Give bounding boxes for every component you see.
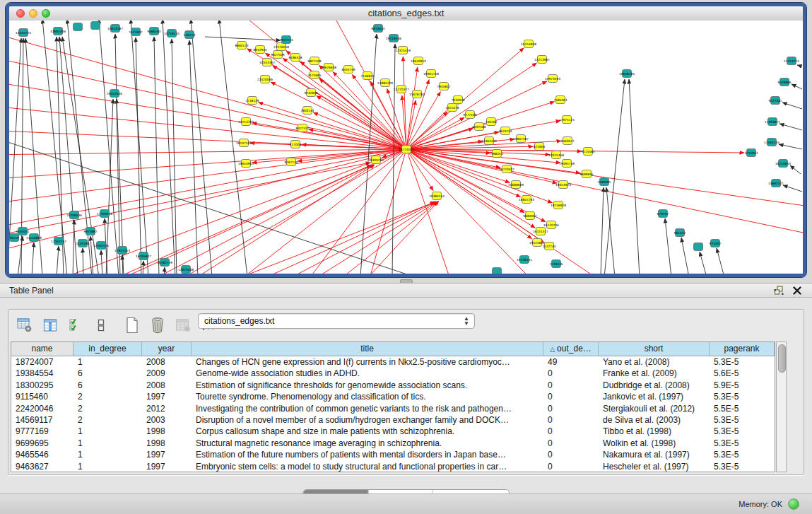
graph-node[interactable]: 16961758 bbox=[423, 70, 439, 78]
delete-column-button[interactable] bbox=[148, 316, 167, 334]
graph-node[interactable]: 7934028 bbox=[451, 96, 464, 104]
graph-node[interactable]: 10973493 bbox=[545, 75, 560, 83]
graph-node[interactable]: 9329966 bbox=[777, 78, 791, 86]
graph-node[interactable]: 1145194 bbox=[76, 240, 89, 247]
column-header-year[interactable]: year bbox=[142, 342, 192, 356]
graph-node[interactable]: 18107554 bbox=[236, 139, 252, 147]
graph-node[interactable]: 9684067 bbox=[523, 212, 536, 220]
graph-node[interactable]: 9463627 bbox=[560, 137, 574, 145]
column-header-in_degree[interactable]: in_degree bbox=[73, 342, 142, 356]
graph-node[interactable]: 15220377 bbox=[394, 86, 409, 93]
graph-node[interactable]: 19136141 bbox=[517, 256, 532, 264]
graph-node[interactable]: 17359928 bbox=[97, 210, 112, 218]
graph-node[interactable]: 16195807 bbox=[136, 252, 151, 260]
column-header-name[interactable]: name bbox=[11, 342, 73, 356]
delete-table-button[interactable] bbox=[174, 316, 192, 334]
column-header-short[interactable]: short bbox=[599, 342, 710, 356]
table-row[interactable]: 1456911722003Disruption of a novel membe… bbox=[11, 414, 775, 426]
graph-node[interactable]: 961432 bbox=[674, 229, 686, 237]
graph-node[interactable]: 12325419 bbox=[395, 47, 411, 54]
graph-node[interactable]: 2718129 bbox=[245, 97, 259, 105]
graph-node[interactable]: 3624554 bbox=[498, 127, 512, 135]
table-scrollbar[interactable] bbox=[776, 341, 787, 472]
graph-node[interactable]: 821604 bbox=[534, 143, 546, 151]
network-canvas[interactable]: 8660123891295423226058962750910543362818… bbox=[9, 21, 803, 274]
table-row[interactable]: 1830029562008Estimation of significance … bbox=[11, 380, 775, 391]
graph-node[interactable]: 22420046 bbox=[257, 76, 273, 83]
column-header-pagerank[interactable]: pagerank bbox=[710, 342, 775, 356]
window-titlebar[interactable]: citations_edges.txt bbox=[9, 6, 803, 21]
graph-node[interactable]: 19218506 bbox=[386, 35, 401, 42]
graph-node[interactable] bbox=[73, 23, 83, 31]
graph-node[interactable]: 16151327 bbox=[533, 228, 548, 235]
graph-node[interactable]: 20206536 bbox=[66, 211, 82, 219]
graph-node[interactable]: 12213967 bbox=[534, 56, 550, 64]
graph-node[interactable]: 7485063 bbox=[553, 96, 567, 104]
table-row[interactable]: 977716911998Corpus callosum shape and si… bbox=[11, 426, 775, 437]
graph-node[interactable]: 8454749 bbox=[341, 66, 355, 74]
graph-node[interactable]: 9227342 bbox=[768, 97, 782, 105]
column-header-out_de[interactable]: △out_de… bbox=[543, 342, 599, 356]
table-row[interactable]: 946554611997Estimation of the future num… bbox=[11, 449, 775, 460]
graph-node[interactable]: 417006 bbox=[290, 141, 302, 148]
graph-node[interactable]: 8186328 bbox=[288, 54, 302, 62]
graph-node[interactable]: 9242848 bbox=[304, 89, 317, 97]
graph-node[interactable]: 7986372 bbox=[490, 150, 503, 158]
column-header-title[interactable]: title bbox=[192, 342, 543, 356]
graph-node[interactable]: 8660123 bbox=[235, 42, 248, 49]
graph-node[interactable]: 14055724 bbox=[16, 29, 31, 37]
graph-node[interactable]: 12213393 bbox=[238, 118, 254, 126]
graph-node[interactable]: 16782759 bbox=[157, 259, 172, 267]
graph-node[interactable]: 7146821 bbox=[360, 72, 374, 80]
show-column-button[interactable] bbox=[41, 316, 59, 334]
graph-node[interactable]: 10025458 bbox=[548, 151, 564, 159]
graph-node[interactable]: 2522744 bbox=[542, 243, 555, 250]
float-panel-icon[interactable] bbox=[774, 286, 784, 296]
graph-node[interactable]: 10653287 bbox=[107, 25, 123, 33]
select-columns-button[interactable] bbox=[66, 316, 85, 334]
table-row[interactable]: 1938455462009Genome-wide association stu… bbox=[11, 368, 775, 379]
graph-node[interactable]: 23226058 bbox=[273, 43, 289, 51]
graph-node[interactable]: 15626265 bbox=[409, 90, 425, 98]
graph-node[interactable]: 9466160 bbox=[147, 28, 160, 35]
graph-node[interactable]: 15692371 bbox=[768, 180, 784, 187]
table-scrollbar-thumb[interactable] bbox=[778, 344, 786, 373]
graph-node[interactable]: 146713 bbox=[184, 31, 196, 39]
row-height-button[interactable] bbox=[92, 316, 110, 334]
graph-node[interactable]: 16210643 bbox=[775, 160, 791, 168]
graph-node[interactable]: 9699695 bbox=[579, 170, 593, 178]
graph-node[interactable]: 15885209 bbox=[377, 79, 393, 87]
graph-node[interactable]: 3215953 bbox=[744, 149, 758, 157]
graph-node[interactable]: 8912954 bbox=[253, 46, 266, 54]
graph-node[interactable] bbox=[91, 22, 100, 30]
graph-node[interactable]: 12923448 bbox=[178, 266, 194, 274]
table-row[interactable]: 969969511998Structural magnetic resonanc… bbox=[11, 438, 775, 449]
graph-node[interactable]: 9777169 bbox=[463, 111, 476, 119]
graph-node[interactable]: 18807293 bbox=[519, 196, 534, 204]
create-column-button[interactable] bbox=[123, 316, 141, 334]
graph-node[interactable]: 746266 bbox=[486, 118, 498, 126]
graph-node[interactable]: 679197 bbox=[657, 210, 669, 218]
graph-node[interactable]: 12444154 bbox=[764, 139, 779, 146]
graph-node[interactable]: 29676608 bbox=[321, 64, 336, 71]
graph-node[interactable]: 2803144 bbox=[300, 107, 314, 115]
graph-node[interactable]: 23364436 bbox=[481, 137, 497, 145]
close-panel-icon[interactable] bbox=[792, 286, 802, 296]
graph-node[interactable]: 15751074 bbox=[784, 57, 799, 65]
graph-node[interactable]: 1733426 bbox=[549, 260, 563, 268]
graph-node[interactable]: 1621078 bbox=[445, 104, 459, 112]
graph-node[interactable]: 16120746 bbox=[543, 221, 559, 229]
graph-node[interactable]: 19384554 bbox=[429, 192, 445, 200]
graph-node[interactable]: 19756928 bbox=[551, 201, 566, 209]
graph-node[interactable]: 16154808 bbox=[521, 40, 536, 48]
graph-node[interactable]: 19495758 bbox=[559, 160, 575, 168]
graph-node[interactable]: 8427552 bbox=[295, 124, 309, 132]
graph-node[interactable]: 1527602 bbox=[129, 28, 142, 36]
graph-node[interactable]: 1640995 bbox=[597, 178, 611, 186]
graph-node[interactable]: 9115460 bbox=[581, 148, 594, 156]
graph-node[interactable] bbox=[694, 243, 703, 251]
graph-node[interactable]: 7957224 bbox=[279, 36, 293, 44]
graph-node[interactable]: 32691406 bbox=[50, 28, 66, 35]
graph-node[interactable]: 12975125 bbox=[559, 116, 575, 124]
graph-node[interactable]: 12093872 bbox=[765, 118, 780, 126]
